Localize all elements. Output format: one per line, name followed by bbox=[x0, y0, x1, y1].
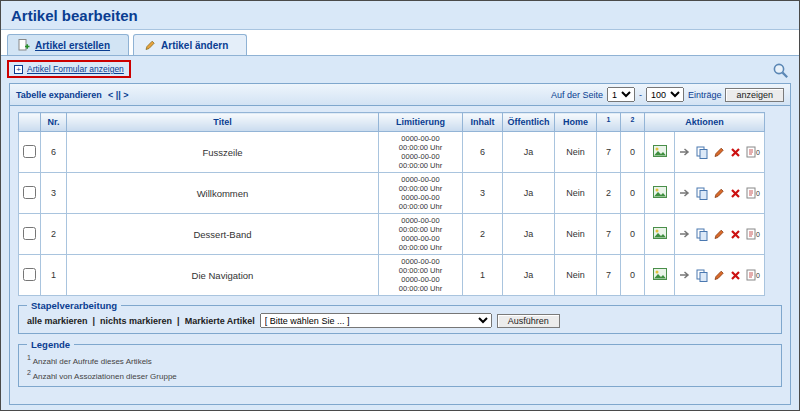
comments-icon[interactable]: 0 bbox=[746, 146, 760, 158]
copy-icon[interactable] bbox=[696, 269, 708, 282]
cell-home: Nein bbox=[555, 214, 597, 255]
legend-item: 1 Anzahl der Aufrufe dieses Artikels bbox=[27, 352, 773, 367]
header-count2[interactable]: 2 bbox=[621, 113, 645, 132]
batch-action-select[interactable]: [ Bitte wählen Sie ... ] bbox=[260, 313, 492, 328]
edit-article-icon bbox=[144, 39, 156, 51]
comments-count: 0 bbox=[756, 190, 760, 197]
legend-title: Legende bbox=[27, 339, 74, 350]
row-select-checkbox[interactable] bbox=[23, 145, 36, 158]
select-none-link[interactable]: nichts markieren bbox=[100, 316, 172, 326]
separator: | bbox=[93, 316, 96, 326]
comments-icon[interactable]: 0 bbox=[746, 269, 760, 281]
cell-count1: 2 bbox=[597, 173, 621, 214]
preview-arrow-icon[interactable] bbox=[679, 147, 691, 157]
articles-table: Nr. Titel Limitierung Inhalt Öffentlich … bbox=[18, 112, 765, 296]
select-all-link[interactable]: alle markieren bbox=[27, 316, 88, 326]
tab-bar: Artikel erstellen Artikel ändern bbox=[1, 30, 799, 55]
header-titel[interactable]: Titel bbox=[67, 113, 379, 132]
row-select-checkbox[interactable] bbox=[23, 227, 36, 240]
cell-count1: 7 bbox=[597, 132, 621, 173]
cell-oeffentlich: Ja bbox=[503, 132, 555, 173]
batch-processing-section: Stapelverarbeitung alle markieren | nich… bbox=[18, 300, 782, 334]
row-select-checkbox[interactable] bbox=[23, 268, 36, 281]
copy-icon[interactable] bbox=[696, 228, 708, 241]
gallery-icon[interactable] bbox=[653, 186, 667, 198]
marked-articles-label: Markierte Artikel bbox=[185, 316, 255, 326]
cell-nr: 3 bbox=[41, 173, 67, 214]
cell-count2: 0 bbox=[621, 255, 645, 296]
legend-section: Legende 1 Anzahl der Aufrufe dieses Arti… bbox=[18, 339, 782, 387]
cell-home: Nein bbox=[555, 132, 597, 173]
cell-home: Nein bbox=[555, 255, 597, 296]
table-toolbar: Tabelle expandieren < || > Auf der Seite… bbox=[10, 84, 790, 106]
row-select-checkbox[interactable] bbox=[23, 186, 36, 199]
delete-icon[interactable] bbox=[730, 270, 741, 281]
comments-count: 0 bbox=[756, 149, 760, 156]
delete-icon[interactable] bbox=[730, 147, 741, 158]
table-row: 1 Die Navigation 0000-00-0000:00:00 Uhr … bbox=[19, 255, 765, 296]
cell-nr: 1 bbox=[41, 255, 67, 296]
cell-oeffentlich: Ja bbox=[503, 255, 555, 296]
edit-icon[interactable] bbox=[713, 187, 725, 199]
edit-icon[interactable] bbox=[713, 146, 725, 158]
cell-oeffentlich: Ja bbox=[503, 214, 555, 255]
header-oeffentlich[interactable]: Öffentlich bbox=[503, 113, 555, 132]
comments-count: 0 bbox=[756, 272, 760, 279]
page-title: Artikel bearbeiten bbox=[11, 7, 138, 24]
separator: | bbox=[177, 316, 180, 326]
content-top-row: + Artikel Formular anzeigen bbox=[1, 59, 799, 83]
cell-count1: 7 bbox=[597, 255, 621, 296]
header-limitierung[interactable]: Limitierung bbox=[379, 113, 463, 132]
comments-count: 0 bbox=[756, 231, 760, 238]
toggle-artikel-formular[interactable]: + Artikel Formular anzeigen bbox=[7, 60, 131, 78]
cell-nr: 6 bbox=[41, 132, 67, 173]
header-inhalt[interactable]: Inhalt bbox=[463, 113, 503, 132]
show-button[interactable]: anzeigen bbox=[725, 88, 784, 102]
cell-limitierung: 0000-00-0000:00:00 Uhr 0000-00-0000:00:0… bbox=[379, 255, 463, 296]
cell-inhalt: 6 bbox=[463, 132, 503, 173]
tab-artikel-erstellen[interactable]: Artikel erstellen bbox=[7, 34, 129, 55]
pager-controls[interactable]: < || > bbox=[108, 90, 129, 100]
expand-icon: + bbox=[14, 65, 23, 74]
page-header: Artikel bearbeiten bbox=[1, 1, 799, 30]
preview-arrow-icon[interactable] bbox=[679, 229, 691, 239]
count2-sup: 2 bbox=[631, 116, 635, 123]
preview-arrow-icon[interactable] bbox=[679, 270, 691, 280]
new-article-icon bbox=[18, 39, 30, 51]
page-range-label: Auf der Seite bbox=[551, 90, 603, 100]
gallery-icon[interactable] bbox=[653, 268, 667, 280]
header-checkbox-cell bbox=[19, 113, 41, 132]
range-end-select[interactable]: 100 bbox=[646, 87, 684, 102]
cell-inhalt: 1 bbox=[463, 255, 503, 296]
edit-icon[interactable] bbox=[713, 269, 725, 281]
table-expand-link[interactable]: Tabelle expandieren bbox=[16, 90, 102, 100]
header-home[interactable]: Home bbox=[555, 113, 597, 132]
artikel-bearbeiten-window: Artikel bearbeiten Artikel erstellen Art… bbox=[0, 0, 800, 411]
search-icon[interactable] bbox=[772, 62, 789, 79]
header-count1[interactable]: 1 bbox=[597, 113, 621, 132]
execute-button[interactable]: Ausführen bbox=[497, 314, 560, 328]
comments-icon[interactable]: 0 bbox=[746, 187, 760, 199]
header-nr[interactable]: Nr. bbox=[41, 113, 67, 132]
cell-titel: Dessert-Band bbox=[67, 214, 379, 255]
delete-icon[interactable] bbox=[730, 229, 741, 240]
preview-arrow-icon[interactable] bbox=[679, 188, 691, 198]
cell-limitierung: 0000-00-0000:00:00 Uhr 0000-00-0000:00:0… bbox=[379, 214, 463, 255]
cell-count2: 0 bbox=[621, 173, 645, 214]
cell-inhalt: 2 bbox=[463, 214, 503, 255]
comments-icon[interactable]: 0 bbox=[746, 228, 760, 240]
delete-icon[interactable] bbox=[730, 188, 741, 199]
cell-count1: 7 bbox=[597, 214, 621, 255]
range-start-select[interactable]: 1 bbox=[607, 87, 635, 102]
range-separator: - bbox=[639, 90, 642, 100]
copy-icon[interactable] bbox=[696, 187, 708, 200]
legend-sup: 2 bbox=[27, 369, 31, 376]
batch-title: Stapelverarbeitung bbox=[27, 300, 121, 311]
toggle-label: Artikel Formular anzeigen bbox=[27, 64, 124, 74]
article-table-panel: Tabelle expandieren < || > Auf der Seite… bbox=[9, 83, 791, 405]
edit-icon[interactable] bbox=[713, 228, 725, 240]
gallery-icon[interactable] bbox=[653, 145, 667, 157]
copy-icon[interactable] bbox=[696, 146, 708, 159]
gallery-icon[interactable] bbox=[653, 227, 667, 239]
tab-artikel-aendern[interactable]: Artikel ändern bbox=[133, 34, 247, 55]
